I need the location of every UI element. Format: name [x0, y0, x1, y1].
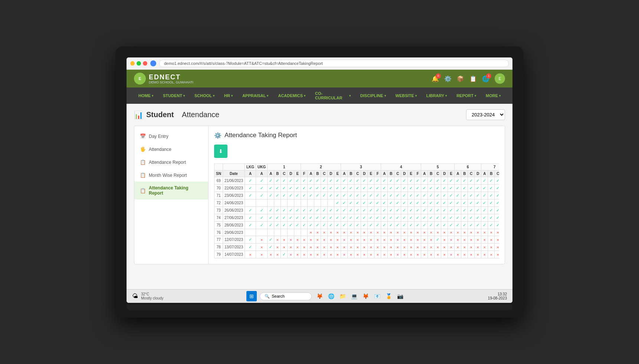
table-row: 7022/06/2023✓✓✓✓✓✓✓✓✓✓✓✓✓✓✓✓✓✓✓✓✓✓✓✓✓✓✓✓… [214, 185, 499, 192]
nav-hr[interactable]: HR ▾ [220, 90, 237, 102]
year-select[interactable]: 2023-2024 [466, 109, 505, 120]
clipboard-icon[interactable]: 📋 [469, 75, 477, 82]
cell-value: ✓ [314, 222, 321, 229]
page-content: 📊 Student Attendance 2023-2024 📅 Day Ent… [127, 104, 512, 289]
cell-value: × [268, 251, 274, 258]
th-4c: C [394, 171, 401, 177]
cell-value: × [495, 236, 499, 244]
th-1d: D [288, 171, 294, 177]
cell-value: ✓ [294, 185, 301, 192]
cell-value: ✓ [334, 199, 341, 207]
start-button[interactable]: ⊞ [246, 291, 257, 301]
app-chrome[interactable]: 🌐 [326, 291, 336, 301]
cell-value: ✓ [455, 199, 461, 207]
cell-value: ✓ [361, 207, 368, 214]
user-avatar[interactable]: E [495, 73, 505, 84]
th-1b: B [274, 171, 281, 177]
nav-academics[interactable]: ACADEMICS ▾ [273, 90, 310, 102]
cell-value: × [388, 229, 394, 236]
nav-more[interactable]: MORE ▾ [481, 90, 505, 102]
cell-value: × [394, 236, 401, 244]
nav-school[interactable]: SCHOOL ▾ [190, 90, 219, 102]
cell-value: ✓ [481, 185, 488, 192]
cell-value: × [381, 251, 388, 258]
cell-value: ✓ [401, 185, 408, 192]
notification-bell[interactable]: 🔔 0 [432, 75, 439, 82]
cell-value: ✓ [448, 222, 455, 229]
sidebar-item-attendance-taking-report[interactable]: 📋 Attendance Taking Report [134, 182, 208, 199]
cell-value: ✓ [281, 251, 288, 258]
cell-value: ✓ [308, 185, 314, 192]
cell-value: ✓ [368, 192, 374, 199]
app-browser2[interactable]: 🦊 [361, 291, 370, 301]
th-1: 1 [268, 164, 301, 171]
cell-date: 14/07/2023 [223, 251, 245, 258]
app-folder[interactable]: 📁 [338, 291, 347, 301]
app-badge[interactable]: 🏅 [384, 291, 393, 301]
cell-value: ✓ [374, 185, 381, 192]
sidebar-label-attendance-report: Attendance Report [149, 160, 186, 165]
cell-value: ✓ [468, 214, 475, 222]
sidebar-item-month-wise-report[interactable]: 📋 Month Wise Report [134, 169, 208, 182]
close-button[interactable] [143, 61, 147, 66]
table-header-row2: SN Date A A A B C D E F [214, 171, 499, 177]
nav-appraisal[interactable]: APPRAISAL ▾ [238, 90, 273, 102]
cell-value: ✓ [368, 177, 374, 185]
cube-icon[interactable]: 📦 [457, 75, 464, 82]
cell-sn: 76 [214, 229, 223, 236]
app-mail[interactable]: 📧 [372, 291, 382, 301]
cell-value: ✓ [334, 214, 341, 222]
cell-value: ✓ [481, 207, 488, 214]
sidebar-item-day-entry[interactable]: 📅 Day Entry [134, 130, 208, 143]
hand-icon: 🖐 [140, 146, 146, 152]
minimize-button[interactable] [130, 61, 135, 66]
app-fox[interactable]: 🦊 [315, 291, 324, 301]
nav-discipline[interactable]: DISCIPLINE ▾ [356, 90, 390, 102]
cell-value [256, 199, 268, 207]
th-date: Date [223, 171, 245, 177]
cell-value: ✓ [388, 222, 394, 229]
cell-sn: 77 [214, 236, 223, 244]
cell-value: ✓ [455, 177, 461, 185]
app-camera[interactable]: 📷 [395, 291, 405, 301]
cell-value: ✓ [408, 222, 414, 229]
nav-co-curricular[interactable]: CO-CURRICULAR ▾ [311, 87, 355, 104]
cell-value: × [374, 229, 381, 236]
cell-value: × [448, 229, 455, 236]
address-bar[interactable]: demo1.ednect.com/#/s/att/s/class-?Module… [159, 60, 509, 67]
cell-value: × [441, 236, 448, 244]
nav-student[interactable]: STUDENT ▾ [158, 90, 189, 102]
page-title: 📊 Student Attendance [134, 110, 219, 119]
cell-value: ✓ [341, 222, 348, 229]
cell-value: ✓ [314, 207, 321, 214]
table-row: 7528/06/2023✓✓✓✓✓✓✓✓✓✓✓✓✓✓✓✓✓✓✓✓✓✓✓✓✓✓✓✓… [214, 222, 499, 229]
cell-value: ✓ [401, 214, 408, 222]
cell-value: ✓ [388, 185, 394, 192]
globe-icon[interactable]: 🌐 1 [482, 75, 489, 82]
cell-value: ✓ [308, 214, 314, 222]
th-3c: C [354, 171, 361, 177]
sidebar-item-attendance[interactable]: 🖐 Attendance [134, 143, 208, 156]
nav-home[interactable]: HOME ▾ [134, 90, 158, 102]
cell-value: ✓ [448, 207, 455, 214]
cell-value: ✓ [256, 177, 268, 185]
cell-value: × [495, 229, 499, 236]
cell-value: ✓ [361, 222, 368, 229]
nav-report[interactable]: REPORT ▾ [452, 90, 481, 102]
nav-website[interactable]: WEBSITE ▾ [391, 90, 421, 102]
sidebar-label-attendance: Attendance [149, 147, 171, 152]
maximize-button[interactable] [137, 61, 141, 66]
settings-icon[interactable]: ⚙️ [444, 75, 452, 82]
cell-value: × [421, 251, 428, 258]
app-code[interactable]: 💻 [349, 291, 359, 301]
cell-value: ✓ [301, 207, 308, 214]
attendance-table: LKG UKG 1 2 3 4 5 6 7 8 [214, 163, 499, 258]
cell-value: ✓ [268, 244, 274, 251]
cell-value: ✓ [461, 222, 468, 229]
taskbar-search[interactable]: 🔍 Search [260, 292, 312, 300]
th-3f: F [374, 171, 381, 177]
cell-sn: 78 [214, 244, 223, 251]
nav-library[interactable]: LIBRARY ▾ [422, 90, 451, 102]
download-button[interactable]: ⬇ [214, 145, 227, 158]
sidebar-item-attendance-report[interactable]: 📋 Attendance Report [134, 156, 208, 169]
